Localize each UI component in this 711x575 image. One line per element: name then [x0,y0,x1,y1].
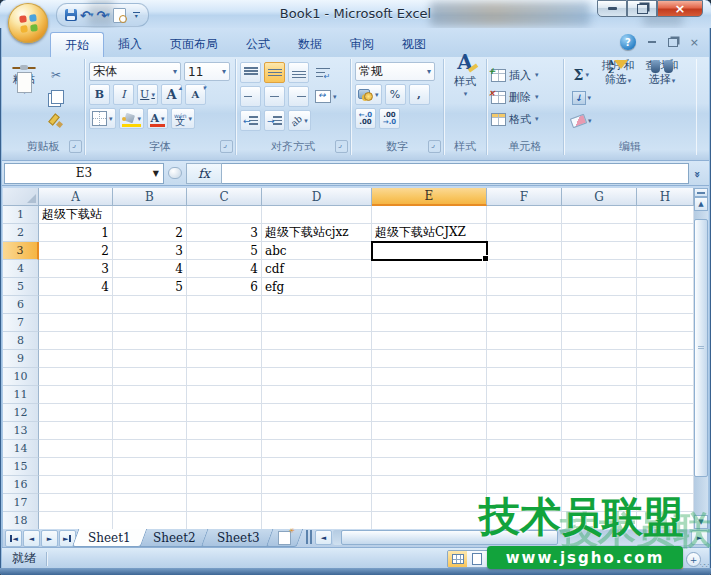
insert-function-button[interactable]: fx [186,163,222,184]
name-box[interactable]: E3 ▼ [4,163,164,184]
cell-H2[interactable] [637,224,694,242]
cell-D17[interactable] [262,494,372,512]
save-button[interactable] [65,9,77,21]
cell-E16[interactable] [372,476,487,494]
cell-G5[interactable] [562,278,637,296]
cell-C10[interactable] [187,368,262,386]
cell-F7[interactable] [487,314,562,332]
cell-D13[interactable] [262,422,372,440]
cell-B10[interactable] [113,368,187,386]
cell-H12[interactable] [637,404,694,422]
restore-button[interactable] [627,0,657,17]
column-header-E[interactable]: E [372,188,487,206]
cell-G10[interactable] [562,368,637,386]
cell-B8[interactable] [113,332,187,350]
cell-A7[interactable] [39,314,113,332]
customize-qat-button[interactable]: ▾ [133,12,140,19]
formula-bar-split-handle[interactable] [164,164,186,183]
cell-F10[interactable] [487,368,562,386]
cell-A4[interactable]: 3 [39,260,113,278]
ribbon-tab-数据[interactable]: 数据 [284,32,336,57]
accounting-format-button[interactable]: ▾ [355,84,382,105]
merge-center-button[interactable]: ▾ [312,86,340,107]
align-right-button[interactable] [288,86,309,107]
first-sheet-button[interactable]: ◄ [5,530,22,547]
paste-button[interactable]: 粘贴 ▾ [6,62,42,83]
cell-C14[interactable] [187,440,262,458]
cell-F14[interactable] [487,440,562,458]
vertical-scroll-track[interactable] [694,211,708,515]
format-painter-button[interactable] [45,110,67,131]
name-box-dropdown-icon[interactable]: ▼ [153,169,159,178]
cell-C4[interactable]: 4 [187,260,262,278]
cell-C6[interactable] [187,296,262,314]
middle-align-button[interactable] [264,62,285,83]
cell-C17[interactable] [187,494,262,512]
selected-cell-outline[interactable] [371,241,488,261]
cell-A16[interactable] [39,476,113,494]
cell-H14[interactable] [637,440,694,458]
fill-button[interactable]: ↓▾ [568,87,595,108]
cell-F3[interactable] [487,242,562,260]
cell-A6[interactable] [39,296,113,314]
font-name-select[interactable]: 宋体▾ [89,62,181,81]
cell-A18[interactable] [39,512,113,529]
bottom-align-button[interactable] [288,62,309,83]
cell-A12[interactable] [39,404,113,422]
help-button[interactable]: ? [620,34,636,50]
cell-H11[interactable] [637,386,694,404]
close-button[interactable]: × [657,0,703,17]
decrease-indent-button[interactable] [240,110,261,131]
format-cells-button[interactable]: 格式▾ [491,109,559,129]
cell-E1[interactable] [372,206,487,224]
cell-F6[interactable] [487,296,562,314]
cell-C15[interactable] [187,458,262,476]
clear-button[interactable]: ▾ [568,110,595,131]
cell-C7[interactable] [187,314,262,332]
cell-E10[interactable] [372,368,487,386]
workbook-minimize-button[interactable] [648,41,656,43]
cell-A8[interactable] [39,332,113,350]
cell-A10[interactable] [39,368,113,386]
fill-handle[interactable] [482,255,489,262]
cell-styles-button[interactable]: A 样式 ▾ [448,62,482,83]
expand-formula-bar-button[interactable]: » [689,164,707,183]
increase-indent-button[interactable] [264,110,285,131]
cell-D1[interactable] [262,206,372,224]
cell-D4[interactable]: cdf [262,260,372,278]
sheet-tab-sheet2[interactable]: Sheet2 [136,529,211,547]
copy-button[interactable] [45,87,67,108]
column-header-B[interactable]: B [113,188,187,206]
ribbon-tab-视图[interactable]: 视图 [388,32,440,57]
cell-E2[interactable]: 超级下载站CJXZ [372,224,487,242]
cell-F11[interactable] [487,386,562,404]
cell-B15[interactable] [113,458,187,476]
formula-input[interactable] [222,163,689,184]
cell-E13[interactable] [372,422,487,440]
cell-C5[interactable]: 6 [187,278,262,296]
cell-E6[interactable] [372,296,487,314]
cell-A15[interactable] [39,458,113,476]
cell-H1[interactable] [637,206,694,224]
wrap-text-button[interactable] [312,62,333,83]
cell-E9[interactable] [372,350,487,368]
cell-E12[interactable] [372,404,487,422]
borders-button[interactable]: ▾ [89,108,116,129]
cell-B6[interactable] [113,296,187,314]
cell-B9[interactable] [113,350,187,368]
print-preview-button[interactable] [113,8,126,23]
delete-cells-button[interactable]: ×删除▾ [491,87,559,107]
ribbon-tab-插入[interactable]: 插入 [104,32,156,57]
vertical-scroll-thumb[interactable] [694,219,708,477]
insert-cells-button[interactable]: +插入▾ [491,65,559,85]
cell-B12[interactable] [113,404,187,422]
ribbon-tab-审阅[interactable]: 审阅 [336,32,388,57]
italic-button[interactable]: I [113,84,134,105]
cell-B17[interactable] [113,494,187,512]
cell-D5[interactable]: efg [262,278,372,296]
sort-filter-button[interactable]: AZ 排序和 筛选▾ [598,62,639,83]
row-header-18[interactable]: 18 [3,512,39,529]
cell-D18[interactable] [262,512,372,529]
row-header-3[interactable]: 3 [3,242,39,260]
cell-H15[interactable] [637,458,694,476]
